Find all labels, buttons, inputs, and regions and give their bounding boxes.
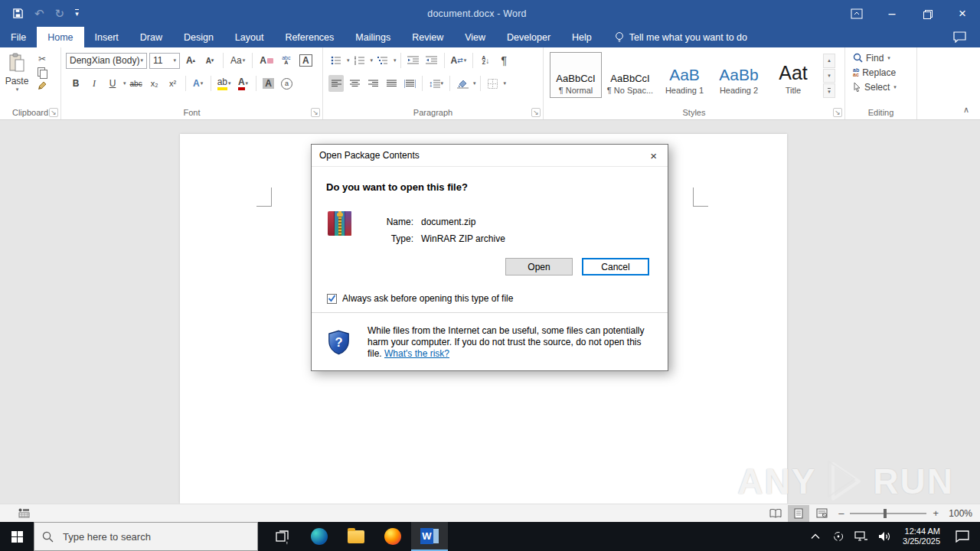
align-right-button[interactable] bbox=[365, 75, 381, 92]
decrease-indent-button[interactable] bbox=[406, 52, 421, 69]
multilevel-list-button[interactable] bbox=[375, 52, 390, 69]
volume-icon[interactable] bbox=[875, 522, 893, 551]
always-ask-checkbox[interactable] bbox=[327, 294, 337, 304]
print-layout-button[interactable] bbox=[788, 505, 809, 522]
edge-taskbar-button[interactable] bbox=[301, 522, 338, 551]
phonetic-guide-button[interactable]: abcA bbox=[279, 52, 294, 69]
tab-file[interactable]: File bbox=[0, 27, 37, 47]
styles-scroll-down-icon[interactable]: ▾ bbox=[823, 69, 835, 83]
distribute-button[interactable] bbox=[402, 75, 417, 92]
feedback-comment-icon[interactable] bbox=[953, 31, 966, 43]
styles-dialog-launcher[interactable]: ↘ bbox=[833, 108, 842, 117]
underline-button[interactable]: U bbox=[105, 75, 120, 92]
macro-recording-icon[interactable] bbox=[18, 508, 30, 518]
tab-mailings[interactable]: Mailings bbox=[345, 27, 401, 47]
line-spacing-button[interactable]: ↕▾ bbox=[427, 75, 445, 92]
network-icon[interactable] bbox=[852, 522, 871, 551]
find-button[interactable]: Find ▾ bbox=[847, 51, 915, 65]
cut-icon[interactable]: ✂ bbox=[38, 54, 46, 64]
cancel-button[interactable]: Cancel bbox=[582, 258, 649, 276]
text-effects-button[interactable]: A▾ bbox=[191, 75, 206, 92]
numbering-button[interactable] bbox=[352, 52, 368, 69]
bold-button[interactable]: B bbox=[68, 75, 83, 92]
character-border-button[interactable]: A bbox=[298, 52, 314, 69]
redo-icon[interactable]: ↻ bbox=[55, 8, 65, 19]
task-view-button[interactable] bbox=[264, 522, 301, 551]
tab-references[interactable]: References bbox=[274, 27, 345, 47]
zoom-level[interactable]: 100% bbox=[945, 508, 972, 519]
font-size-combobox[interactable]: 11 ▾ bbox=[149, 53, 180, 69]
clear-formatting-button[interactable]: A bbox=[258, 52, 275, 69]
open-button[interactable]: Open bbox=[505, 258, 573, 276]
style-title[interactable]: Aat Title bbox=[767, 52, 819, 98]
italic-button[interactable]: I bbox=[87, 75, 102, 92]
increase-indent-button[interactable] bbox=[424, 52, 439, 69]
show-hide-pilcrow-button[interactable]: ¶ bbox=[496, 52, 511, 69]
customize-qat-icon[interactable]: ▾ bbox=[75, 9, 79, 18]
underline-dropdown-icon[interactable]: ▾ bbox=[123, 80, 126, 86]
tab-home[interactable]: Home bbox=[37, 27, 83, 47]
zoom-slider[interactable] bbox=[850, 513, 926, 514]
styles-scroll-up-icon[interactable]: ▴ bbox=[823, 54, 835, 68]
style-heading-1[interactable]: AaB Heading 1 bbox=[658, 52, 710, 98]
font-dialog-launcher[interactable]: ↘ bbox=[311, 108, 320, 117]
bullets-button[interactable] bbox=[328, 52, 344, 69]
character-shading-button[interactable]: A bbox=[261, 75, 276, 92]
format-painter-icon[interactable] bbox=[38, 80, 47, 90]
borders-button[interactable] bbox=[485, 75, 501, 92]
font-name-combobox[interactable]: DengXian (Body) ▾ bbox=[66, 53, 147, 69]
shading-button[interactable] bbox=[455, 75, 470, 92]
subscript-button[interactable]: x₂ bbox=[147, 75, 162, 92]
replace-button[interactable]: abac Replace bbox=[847, 65, 915, 80]
ribbon-display-options-icon[interactable] bbox=[839, 0, 874, 27]
zoom-in-button[interactable]: + bbox=[933, 507, 939, 519]
grow-font-button[interactable]: A▴ bbox=[183, 52, 198, 69]
firefox-taskbar-button[interactable] bbox=[374, 522, 411, 551]
taskbar-search-box[interactable] bbox=[34, 522, 258, 551]
tab-help[interactable]: Help bbox=[561, 27, 603, 47]
font-color-button[interactable]: A▾ bbox=[236, 75, 251, 92]
tab-view[interactable]: View bbox=[454, 27, 496, 47]
align-left-button[interactable] bbox=[328, 75, 344, 92]
superscript-button[interactable]: x² bbox=[165, 75, 181, 92]
tab-review[interactable]: Review bbox=[401, 27, 454, 47]
clipboard-dialog-launcher[interactable]: ↘ bbox=[49, 108, 58, 117]
dialog-close-icon[interactable]: × bbox=[647, 149, 660, 162]
shrink-font-button[interactable]: A▾ bbox=[202, 52, 217, 69]
save-icon[interactable] bbox=[12, 8, 24, 19]
collapse-ribbon-icon[interactable]: ∧ bbox=[963, 105, 969, 115]
enclose-characters-button[interactable]: a bbox=[279, 75, 295, 92]
justify-button[interactable] bbox=[384, 75, 399, 92]
tell-me-box[interactable]: Tell me what you want to do bbox=[603, 27, 747, 47]
sort-button[interactable]: AZ↓ bbox=[478, 52, 493, 69]
search-input[interactable] bbox=[61, 530, 230, 543]
tab-developer[interactable]: Developer bbox=[496, 27, 561, 47]
style-normal[interactable]: AaBbCcI ¶ Normal bbox=[550, 52, 602, 98]
minimize-button[interactable]: – bbox=[874, 0, 910, 27]
align-center-button[interactable] bbox=[347, 75, 362, 92]
style-no-spacing[interactable]: AaBbCcI ¶ No Spac... bbox=[604, 52, 656, 98]
action-center-icon[interactable] bbox=[949, 522, 975, 551]
styles-more-icon[interactable]: ▾ bbox=[823, 83, 835, 98]
tab-draw[interactable]: Draw bbox=[129, 27, 173, 47]
word-taskbar-button[interactable]: W bbox=[411, 522, 448, 551]
tray-sync-icon[interactable] bbox=[829, 522, 848, 551]
start-button[interactable] bbox=[0, 522, 34, 551]
paragraph-dialog-launcher[interactable]: ↘ bbox=[531, 108, 541, 117]
file-explorer-taskbar-button[interactable] bbox=[338, 522, 374, 551]
close-button[interactable]: × bbox=[945, 0, 980, 27]
restore-button[interactable] bbox=[910, 0, 945, 27]
read-mode-button[interactable] bbox=[765, 505, 786, 522]
tab-layout[interactable]: Layout bbox=[224, 27, 275, 47]
tab-design[interactable]: Design bbox=[173, 27, 224, 47]
tab-insert[interactable]: Insert bbox=[84, 27, 129, 47]
style-heading-2[interactable]: AaBb Heading 2 bbox=[713, 52, 765, 98]
taskbar-clock[interactable]: 12:44 AM 3/25/2025 bbox=[898, 527, 945, 546]
always-ask-checkbox-row[interactable]: Always ask before opening this type of f… bbox=[327, 293, 513, 304]
select-button[interactable]: Select ▾ bbox=[847, 80, 915, 94]
whats-the-risk-link[interactable]: What's the risk? bbox=[384, 348, 449, 359]
asian-layout-button[interactable]: A⇄▾ bbox=[449, 52, 469, 69]
zoom-out-button[interactable]: – bbox=[838, 507, 844, 519]
text-highlight-button[interactable]: ab▾ bbox=[216, 75, 233, 92]
change-case-button[interactable]: Aa▾ bbox=[229, 52, 247, 69]
